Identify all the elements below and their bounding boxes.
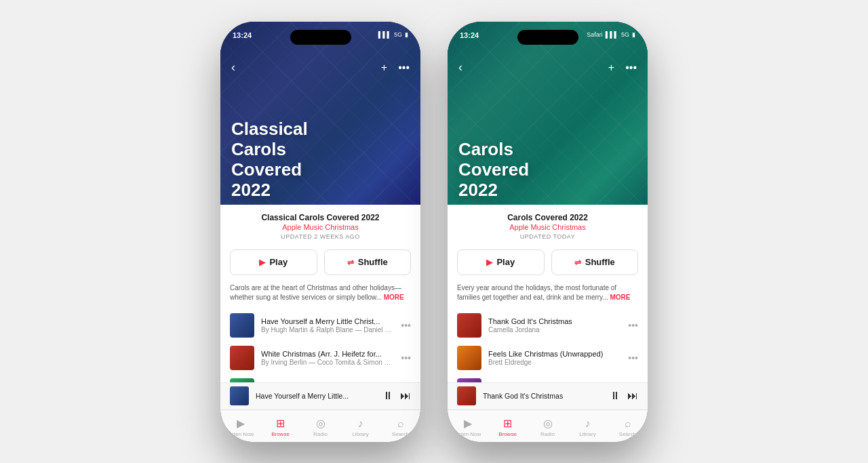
- tab-search-right[interactable]: ⌕ Search: [608, 415, 648, 437]
- track-artist-1-left: By Irving Berlin — Coco Tomita & Simon C…: [261, 359, 394, 366]
- network-left: 5G: [394, 31, 402, 38]
- track-thumb-0-left: [230, 313, 254, 338]
- action-buttons-right: ▶ Play ⇌ Shuffle: [448, 245, 648, 279]
- tab-library-left[interactable]: ♪ Library: [340, 415, 380, 437]
- play-icon-left: ▶: [259, 258, 265, 267]
- tab-browse-icon-left: ⊞: [276, 417, 285, 430]
- tab-browse-icon-right: ⊞: [503, 417, 512, 430]
- tab-search-left[interactable]: ⌕ Search: [380, 415, 420, 437]
- add-icon-right[interactable]: +: [608, 62, 614, 74]
- pause-icon-left[interactable]: ⏸: [382, 390, 393, 402]
- shuffle-label-right: Shuffle: [585, 257, 615, 267]
- playlist-name-left: Classical Carols Covered 2022: [230, 213, 411, 222]
- tab-search-icon-right: ⌕: [625, 418, 631, 430]
- tab-radio-right[interactable]: ◎ Radio: [528, 414, 568, 437]
- now-playing-controls-right: ⏸ ⏭: [610, 390, 638, 402]
- tab-listen-now-right[interactable]: ▶ Listen Now: [448, 414, 488, 437]
- now-playing-controls-left: ⏸ ⏭: [382, 390, 411, 402]
- tab-listen-label-right: Listen Now: [454, 431, 481, 437]
- now-playing-bar-left[interactable]: Have Yourself a Merry Little... ⏸ ⏭: [220, 382, 420, 409]
- track-info-0-right: Thank God It's Christmas Camella Jordana: [488, 317, 621, 334]
- play-icon-right: ▶: [486, 258, 492, 267]
- back-button-right[interactable]: ‹: [458, 60, 462, 75]
- track-title-1-right: Feels Like Christmas (Unwrapped): [488, 350, 621, 358]
- playlist-curator-right: Apple Music Christmas: [457, 223, 638, 231]
- track-more-1-left[interactable]: •••: [401, 353, 411, 363]
- playlist-name-right: Carols Covered 2022: [457, 213, 638, 222]
- now-playing-bar-right[interactable]: Thank God It's Christmas ⏸ ⏭: [448, 382, 648, 409]
- tab-radio-left[interactable]: ◎ Radio: [300, 414, 340, 437]
- play-button-left[interactable]: ▶ Play: [230, 249, 317, 275]
- nav-actions-right: + •••: [608, 62, 637, 74]
- track-artist-0-left: By Hugh Martin & Ralph Blane — Daniel Ho…: [261, 326, 394, 334]
- battery-icon-right: ▮: [632, 31, 635, 38]
- content-left: Classical Carols Covered 2022 Apple Musi…: [220, 205, 420, 442]
- signal-icon-right: ▌▌▌: [606, 31, 618, 38]
- play-label-right: Play: [496, 257, 515, 267]
- shuffle-button-left[interactable]: ⇌ Shuffle: [324, 249, 412, 275]
- now-playing-thumb-left: [230, 386, 249, 405]
- track-item-0-right[interactable]: Thank God It's Christmas Camella Jordana…: [448, 309, 648, 342]
- playlist-updated-left: UPDATED 2 WEEKS AGO: [230, 233, 411, 240]
- add-icon-left[interactable]: +: [381, 62, 387, 74]
- back-button-left[interactable]: ‹: [231, 60, 235, 75]
- track-title-0-left: Have Yourself a Merry Little Christ...: [261, 317, 394, 325]
- description-left: Carols are at the heart of Christmas and…: [220, 279, 420, 306]
- safari-label-right: Safari: [587, 31, 603, 38]
- tab-listen-label-left: Listen Now: [227, 431, 254, 437]
- skip-icon-left[interactable]: ⏭: [400, 390, 411, 402]
- track-thumb-1-left: [230, 346, 254, 370]
- track-thumb-1-right: [457, 346, 481, 370]
- more-icon-right[interactable]: •••: [625, 62, 637, 74]
- tab-library-label-right: Library: [579, 431, 595, 437]
- track-artist-1-right: Brett Eldredge: [488, 359, 621, 366]
- description-text-right: Every year around the holidays, the most…: [457, 284, 616, 301]
- shuffle-icon-left: ⇌: [347, 258, 354, 267]
- more-icon-left[interactable]: •••: [398, 62, 410, 74]
- network-right: 5G: [621, 31, 629, 38]
- track-item-1-left[interactable]: White Christmas (Arr. J. Heifetz for... …: [220, 342, 420, 374]
- tab-search-icon-left: ⌕: [397, 418, 404, 430]
- playlist-curator-left: Apple Music Christmas: [230, 223, 411, 231]
- tab-library-right[interactable]: ♪ Library: [568, 415, 608, 437]
- skip-icon-right[interactable]: ⏭: [627, 390, 638, 402]
- tab-browse-label-right: Browse: [498, 431, 517, 437]
- track-item-1-right[interactable]: Feels Like Christmas (Unwrapped) Brett E…: [448, 342, 648, 374]
- shuffle-icon-right: ⇌: [574, 258, 581, 267]
- tab-bar-left: ▶ Listen Now ⊞ Browse ◎ Radio ♪ Library …: [220, 409, 420, 442]
- track-more-0-left[interactable]: •••: [401, 320, 411, 331]
- track-more-0-right[interactable]: •••: [628, 320, 638, 331]
- track-thumb-0-right: [457, 313, 481, 338]
- tab-listen-icon-right: ▶: [464, 417, 472, 430]
- action-buttons-left: ▶ Play ⇌ Shuffle: [220, 245, 420, 279]
- track-info-0-left: Have Yourself a Merry Little Christ... B…: [261, 317, 394, 334]
- more-link-left[interactable]: MORE: [384, 294, 404, 301]
- track-artist-0-right: Camella Jordana: [488, 326, 621, 334]
- tab-browse-left[interactable]: ⊞ Browse: [260, 414, 300, 437]
- description-text-left: Carols are at the heart of Christmas and…: [230, 284, 401, 301]
- tab-bar-right: ▶ Listen Now ⊞ Browse ◎ Radio ♪ Library …: [448, 409, 648, 442]
- track-more-1-right[interactable]: •••: [628, 353, 638, 363]
- tab-browse-right[interactable]: ⊞ Browse: [488, 414, 528, 437]
- tab-browse-label-left: Browse: [271, 431, 290, 437]
- playlist-info-right: Carols Covered 2022 Apple Music Christma…: [448, 205, 648, 245]
- tab-radio-icon-right: ◎: [543, 417, 553, 430]
- nav-actions-left: + •••: [381, 62, 410, 74]
- tab-library-label-left: Library: [352, 431, 368, 437]
- tab-listen-now-left[interactable]: ▶ Listen Now: [220, 414, 260, 437]
- battery-icon-left: ▮: [405, 31, 408, 38]
- tab-radio-icon-left: ◎: [316, 417, 326, 430]
- track-item-0-left[interactable]: Have Yourself a Merry Little Christ... B…: [220, 309, 420, 342]
- pause-icon-right[interactable]: ⏸: [610, 390, 620, 402]
- tab-listen-icon-left: ▶: [237, 417, 245, 430]
- play-button-right[interactable]: ▶ Play: [457, 249, 545, 275]
- track-info-1-left: White Christmas (Arr. J. Heifetz for... …: [261, 350, 394, 366]
- nav-bar-right: ‹ + •••: [448, 56, 648, 80]
- description-right: Every year around the holidays, the most…: [448, 279, 648, 306]
- now-playing-thumb-right: [457, 386, 476, 405]
- track-title-1-left: White Christmas (Arr. J. Heifetz for...: [261, 350, 394, 358]
- shuffle-button-right[interactable]: ⇌ Shuffle: [551, 249, 639, 275]
- more-link-right[interactable]: MORE: [610, 294, 631, 301]
- play-label-left: Play: [269, 257, 288, 267]
- phone-left: 13:24 ▌▌▌ 5G ▮ ‹ + ••• ClassicalCarolsCo…: [220, 22, 420, 442]
